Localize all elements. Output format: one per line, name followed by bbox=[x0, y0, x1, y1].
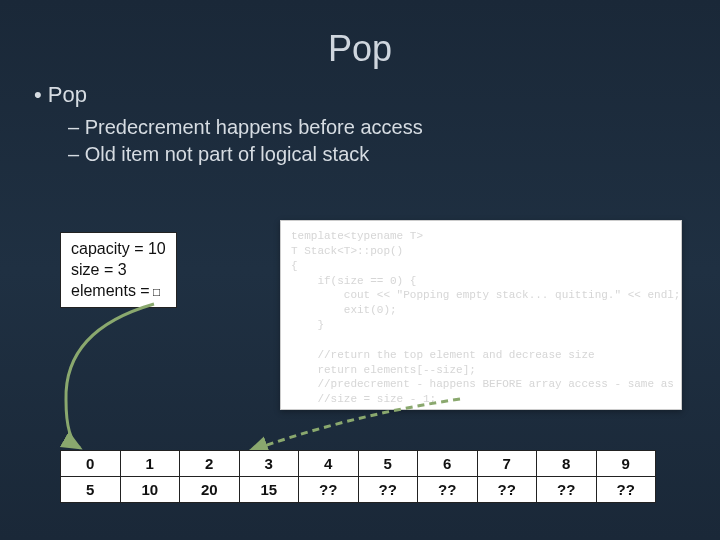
bullet-sub-1: Predecrement happens before access bbox=[68, 114, 720, 141]
table-cell: 1 bbox=[120, 451, 180, 477]
table-cell: ?? bbox=[477, 477, 537, 503]
table-cell: 5 bbox=[358, 451, 418, 477]
table-cell: 4 bbox=[299, 451, 359, 477]
code-line: return elements[--size]; bbox=[291, 364, 476, 376]
code-line: //size = size - 1; bbox=[291, 393, 436, 405]
state-elements: elements = bbox=[71, 281, 166, 302]
table-cell: 20 bbox=[180, 477, 240, 503]
bullet-sub-2: Old item not part of logical stack bbox=[68, 141, 720, 168]
table-cell: 6 bbox=[418, 451, 478, 477]
table-row-values: 5 10 20 15 ?? ?? ?? ?? ?? ?? bbox=[61, 477, 656, 503]
bullet-main: Pop bbox=[34, 82, 720, 108]
code-line: } bbox=[291, 319, 324, 331]
page-title: Pop bbox=[0, 0, 720, 70]
table-cell: 9 bbox=[596, 451, 656, 477]
state-box: capacity = 10 size = 3 elements = bbox=[60, 232, 177, 308]
table-cell: ?? bbox=[537, 477, 597, 503]
table-cell: ?? bbox=[358, 477, 418, 503]
code-line: T Stack<T>::pop() bbox=[291, 245, 403, 257]
table-cell: 10 bbox=[120, 477, 180, 503]
table-cell: 8 bbox=[537, 451, 597, 477]
table-cell: ?? bbox=[418, 477, 478, 503]
arrow-solid-icon bbox=[54, 300, 174, 460]
table-cell: 7 bbox=[477, 451, 537, 477]
table-cell: ?? bbox=[596, 477, 656, 503]
code-snippet: template<typename T> T Stack<T>::pop() {… bbox=[280, 220, 682, 410]
bullet-list: Pop Predecrement happens before access O… bbox=[0, 70, 720, 168]
table-cell: 3 bbox=[239, 451, 299, 477]
state-size: size = 3 bbox=[71, 260, 166, 281]
table-row-indices: 0 1 2 3 4 5 6 7 8 9 bbox=[61, 451, 656, 477]
table-cell: 5 bbox=[61, 477, 121, 503]
code-line: exit(0); bbox=[291, 304, 397, 316]
state-capacity: capacity = 10 bbox=[71, 239, 166, 260]
table-cell: 0 bbox=[61, 451, 121, 477]
code-line: if(size == 0) { bbox=[291, 275, 416, 287]
array-table: 0 1 2 3 4 5 6 7 8 9 5 10 20 15 ?? ?? ?? … bbox=[60, 450, 656, 503]
table-cell: ?? bbox=[299, 477, 359, 503]
table-cell: 2 bbox=[180, 451, 240, 477]
code-line: //predecrement - happens BEFORE array ac… bbox=[291, 378, 674, 390]
code-line: template<typename T> bbox=[291, 230, 423, 242]
table-cell: 15 bbox=[239, 477, 299, 503]
code-line: { bbox=[291, 260, 298, 272]
code-line: //return elements[size]; bbox=[291, 408, 476, 410]
code-line: cout << "Popping empty stack... quitting… bbox=[291, 289, 680, 301]
code-line: //return the top element and decrease si… bbox=[291, 349, 595, 361]
